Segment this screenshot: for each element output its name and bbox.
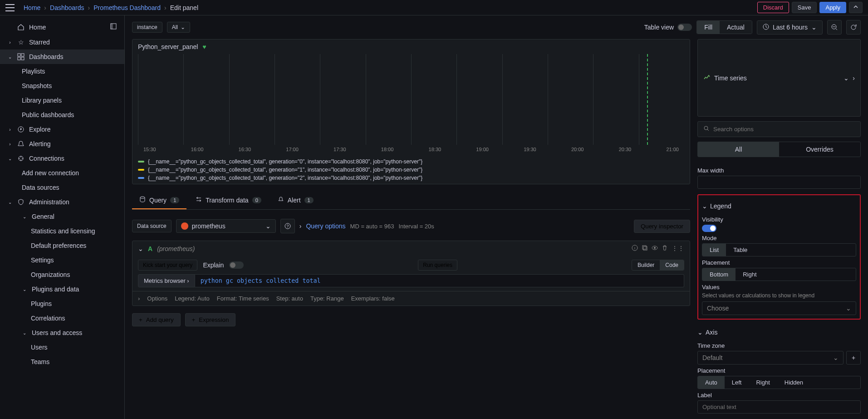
trash-icon[interactable] — [662, 245, 668, 252]
query-expression-input[interactable] — [195, 274, 684, 287]
sidebar-orgs[interactable]: Organizations — [0, 267, 124, 282]
search-options-input[interactable] — [713, 126, 855, 133]
breadcrumb-dashboards[interactable]: Dashboards — [50, 4, 84, 11]
var-value-dropdown[interactable]: All ⌄ — [167, 22, 190, 33]
query-inspector-button[interactable]: Query inspector — [634, 220, 690, 233]
sidebar-home[interactable]: Home — [0, 19, 124, 35]
axis-right[interactable]: Right — [749, 376, 777, 389]
sidebar-alerting[interactable]: › Alerting — [0, 137, 124, 151]
save-button[interactable]: Save — [792, 2, 817, 13]
sidebar-snapshots[interactable]: Snapshots — [0, 79, 124, 93]
sidebar-users-access[interactable]: ⌄Users and access — [0, 325, 124, 340]
mode-table[interactable]: Table — [726, 244, 755, 256]
legend-item[interactable]: {__name__="python_gc_objects_collected_t… — [138, 158, 684, 166]
caret-right-icon: › — [7, 40, 13, 45]
add-expression-button[interactable]: +Expression — [185, 313, 236, 326]
legend-header[interactable]: ⌄ Legend — [702, 199, 856, 213]
query-options-link[interactable]: Query options — [306, 222, 345, 230]
explain-toggle[interactable] — [229, 261, 244, 269]
time-range-picker[interactable]: Last 6 hours ⌄ — [757, 20, 823, 35]
breadcrumb-home[interactable]: Home — [24, 4, 40, 11]
expand-icon[interactable]: › — [138, 295, 140, 302]
legend-item[interactable]: {__name__="python_gc_objects_collected_t… — [138, 166, 684, 174]
visibility-label: Visibility — [702, 213, 856, 225]
database-icon — [139, 196, 146, 204]
sidebar-public[interactable]: Public dashboards — [0, 108, 124, 122]
apply-button[interactable]: Apply — [819, 2, 846, 13]
breadcrumb-dashboard[interactable]: Prometheus Dashboard — [93, 4, 161, 11]
tab-transform[interactable]: Transform data 0 — [188, 192, 269, 209]
datasource-select[interactable]: prometheus ⌄ — [176, 219, 276, 233]
discard-button[interactable]: Discard — [757, 2, 789, 13]
refresh-button[interactable] — [846, 20, 861, 35]
sidebar-general[interactable]: ⌄General — [0, 209, 124, 224]
timezone-select[interactable]: Default ⌄ — [697, 351, 843, 365]
sidebar-admin[interactable]: ⌄ Administration — [0, 195, 124, 209]
sidebar-defaults[interactable]: Default preferences — [0, 238, 124, 253]
sidebar-settings[interactable]: Settings — [0, 253, 124, 267]
chevron-right-icon[interactable]: › — [299, 222, 302, 230]
mode-list[interactable]: List — [702, 244, 726, 256]
sidebar-correlations[interactable]: Correlations — [0, 311, 124, 325]
sidebar-connections[interactable]: ⌄ Connections — [0, 151, 124, 166]
menu-icon[interactable] — [5, 4, 15, 11]
kickstart-button[interactable]: Kick start your query — [138, 260, 197, 271]
placement-bottom[interactable]: Bottom — [702, 268, 736, 281]
add-timezone-button[interactable]: + — [846, 351, 861, 365]
values-select[interactable]: Choose ⌄ — [702, 301, 856, 315]
eye-icon[interactable] — [652, 245, 658, 252]
datasource-help-button[interactable]: ? — [280, 219, 295, 233]
sidebar-datasources[interactable]: Data sources — [0, 180, 124, 195]
axis-label-input[interactable] — [697, 400, 861, 414]
visualization-picker[interactable]: Time series ⌄ › — [697, 39, 861, 117]
add-query-button[interactable]: +Add query — [132, 313, 181, 326]
sidebar-addconn[interactable]: Add new connection — [0, 166, 124, 180]
bell-icon — [278, 196, 284, 204]
sidebar-library[interactable]: Library panels — [0, 93, 124, 108]
sidebar-explore[interactable]: › Explore — [0, 122, 124, 137]
placement-right[interactable]: Right — [736, 268, 764, 281]
sidebar-playlists[interactable]: Playlists — [0, 64, 124, 79]
axis-auto[interactable]: Auto — [698, 376, 725, 389]
table-view-toggle[interactable] — [677, 24, 692, 31]
fill-button[interactable]: Fill — [697, 21, 720, 34]
chevron-up-icon[interactable] — [849, 2, 863, 13]
sidebar-teams[interactable]: Teams — [0, 355, 124, 369]
search-options[interactable] — [697, 121, 861, 137]
sidebar-plugins[interactable]: Plugins — [0, 296, 124, 311]
axis-hidden[interactable]: Hidden — [777, 376, 810, 389]
tab-alert[interactable]: Alert 1 — [270, 192, 321, 209]
axis-left[interactable]: Left — [725, 376, 749, 389]
sidebar-starred[interactable]: › ☆ Starred — [0, 35, 124, 49]
dock-icon[interactable] — [110, 23, 117, 31]
axis-header[interactable]: ⌄ Axis — [697, 325, 861, 340]
sidebar-users[interactable]: Users — [0, 340, 124, 355]
drag-icon[interactable]: ⋮⋮ — [672, 245, 684, 252]
zoom-out-button[interactable] — [827, 20, 842, 35]
collapse-icon[interactable]: ⌄ — [138, 245, 143, 252]
chart[interactable] — [138, 54, 684, 145]
metrics-browser-button[interactable]: Metrics browser › — [138, 274, 195, 287]
transform-icon — [196, 196, 202, 204]
chevron-right-icon[interactable]: › — [853, 74, 855, 82]
fill-actual-segment[interactable]: Fill Actual — [696, 20, 752, 34]
sidebar-stats[interactable]: Statistics and licensing — [0, 224, 124, 238]
builder-mode[interactable]: Builder — [632, 260, 660, 270]
sidebar-dashboards[interactable]: ⌄ Dashboards — [0, 49, 124, 64]
hint-icon[interactable]: i — [632, 245, 638, 252]
max-width-input[interactable] — [697, 176, 861, 189]
visibility-toggle[interactable] — [702, 225, 716, 232]
options-label[interactable]: Options — [147, 295, 167, 302]
copy-icon[interactable] — [642, 245, 648, 252]
run-queries-button[interactable]: Run queries — [418, 260, 457, 271]
sidebar-plugins-data[interactable]: ⌄Plugins and data — [0, 282, 124, 296]
transform-count-badge: 0 — [252, 197, 261, 203]
summary-format: Format: Time series — [217, 295, 269, 302]
actual-button[interactable]: Actual — [720, 21, 752, 34]
tab-overrides[interactable]: Overrides — [779, 142, 860, 157]
shield-icon — [17, 198, 25, 206]
tab-query[interactable]: Query 1 — [132, 192, 186, 209]
tab-all[interactable]: All — [698, 142, 779, 157]
code-mode[interactable]: Code — [660, 260, 684, 270]
legend-item[interactable]: {__name__="python_gc_objects_collected_t… — [138, 174, 684, 182]
